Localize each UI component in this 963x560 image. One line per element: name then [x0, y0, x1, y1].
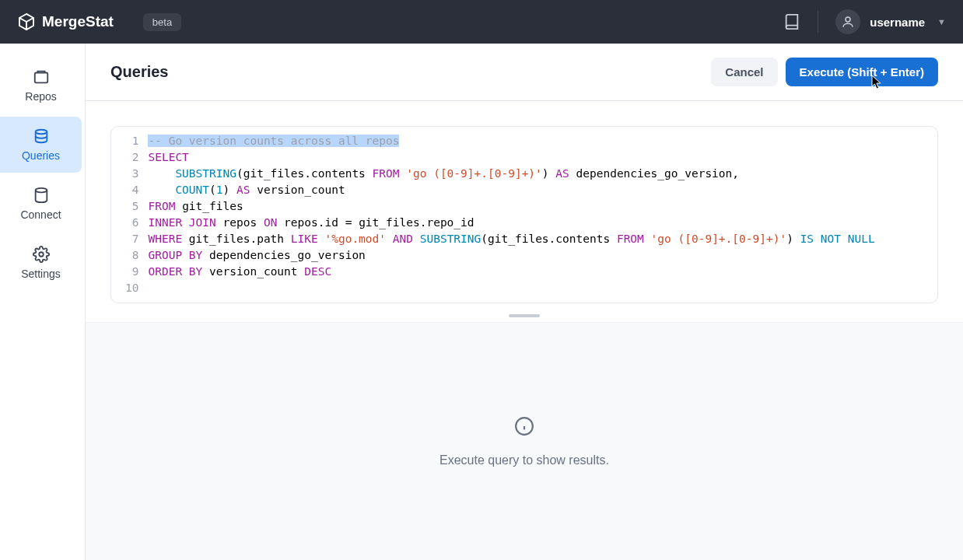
info-icon: [514, 416, 534, 436]
connect-icon: [33, 187, 50, 204]
divider: [818, 11, 818, 33]
user-icon: [841, 15, 855, 29]
code-line: SELECT: [148, 149, 928, 166]
docs-icon[interactable]: [783, 13, 800, 30]
brand-text: MergeStat: [42, 13, 114, 30]
svg-rect-1: [34, 73, 47, 83]
app-header: MergeStat beta username ▼: [0, 0, 963, 44]
line-gutter: 1 2 3 4 5 6 7 8 9 10: [111, 133, 148, 296]
brand[interactable]: MergeStat: [17, 12, 114, 31]
queries-icon: [33, 128, 50, 145]
code-line: ORDER BY version_count DESC: [148, 264, 928, 280]
code-line: FROM git_files: [148, 198, 928, 215]
brand-icon: [17, 12, 36, 31]
sidebar-item-label: Repos: [25, 90, 56, 103]
results-pane: Execute query to show results.: [86, 322, 963, 560]
sidebar-item-label: Connect: [20, 208, 61, 221]
sidebar-item-settings[interactable]: Settings: [0, 235, 82, 291]
split-handle[interactable]: [86, 303, 963, 322]
code-line: [148, 280, 928, 296]
code-line: GROUP BY dependencies_go_version: [148, 247, 928, 264]
code-line: WHERE git_files.path LIKE '%go.mod' AND …: [148, 231, 928, 247]
cancel-button[interactable]: Cancel: [711, 58, 777, 86]
settings-icon: [33, 246, 50, 263]
avatar: [835, 9, 860, 34]
chevron-down-icon: ▼: [937, 17, 946, 26]
execute-button[interactable]: Execute (Shift + Enter): [786, 58, 938, 86]
code-line: -- Go version counts across all repos: [148, 133, 928, 149]
code-area[interactable]: -- Go version counts across all repos SE…: [148, 133, 937, 296]
svg-point-0: [846, 17, 850, 22]
sidebar-item-label: Settings: [21, 268, 61, 280]
results-placeholder: Execute query to show results.: [439, 453, 609, 467]
page-title: Queries: [110, 63, 168, 81]
code-line: INNER JOIN repos ON repos.id = git_files…: [148, 215, 928, 231]
svg-point-2: [35, 130, 47, 135]
user-menu[interactable]: username ▼: [835, 9, 946, 34]
beta-badge: beta: [143, 13, 181, 31]
header-actions: username ▼: [783, 9, 946, 34]
main-content: Queries Cancel Execute (Shift + Enter) 1…: [86, 44, 963, 560]
sidebar-item-repos[interactable]: Repos: [0, 58, 82, 114]
sidebar-item-connect[interactable]: Connect: [0, 176, 82, 232]
query-editor[interactable]: 1 2 3 4 5 6 7 8 9 10 -- Go version count…: [110, 126, 938, 303]
sidebar: Repos Queries Connect Settings: [0, 44, 86, 560]
sidebar-item-queries[interactable]: Queries: [0, 117, 82, 173]
code-line: COUNT(1) AS version_count: [148, 182, 928, 198]
username: username: [870, 16, 925, 29]
svg-point-4: [39, 252, 44, 257]
repos-icon: [33, 68, 50, 86]
page-topbar: Queries Cancel Execute (Shift + Enter): [86, 44, 963, 101]
sidebar-item-label: Queries: [22, 149, 60, 162]
code-line: SUBSTRING(git_files.contents FROM 'go ([…: [148, 166, 928, 182]
svg-point-3: [35, 188, 47, 193]
